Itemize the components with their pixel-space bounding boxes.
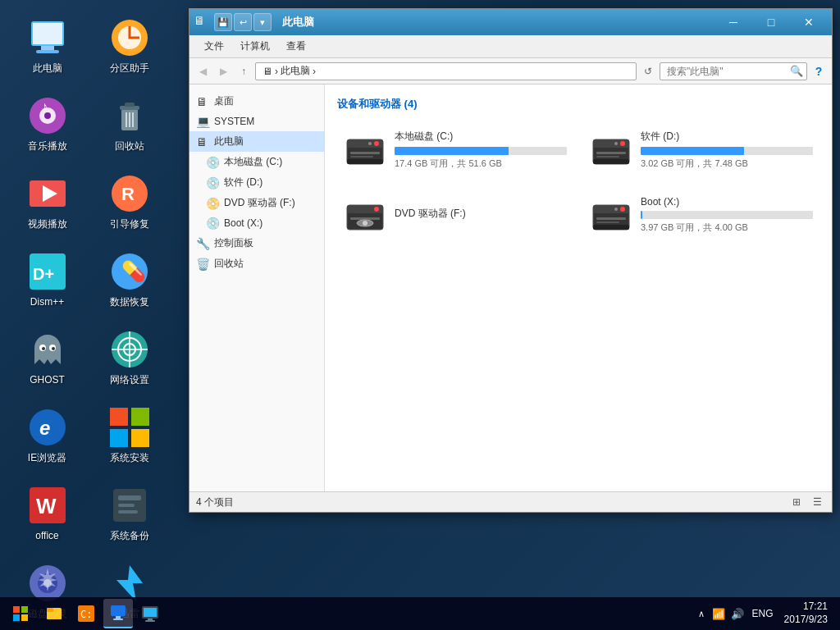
- svg-point-72: [614, 208, 618, 211]
- sidebar-item-system[interactable]: 💻 SYSTEM: [189, 112, 324, 131]
- drive-x-icon: [590, 194, 632, 236]
- svg-rect-3: [36, 50, 59, 53]
- svg-rect-42: [118, 495, 141, 500]
- content-area: 设备和驱动器 (4): [325, 84, 832, 491]
- quick-save-btn[interactable]: 💾: [214, 13, 232, 31]
- quick-undo-btn[interactable]: ↩: [234, 13, 252, 31]
- svg-point-59: [614, 142, 618, 145]
- menu-file[interactable]: 文件: [196, 38, 232, 55]
- svg-rect-60: [596, 152, 626, 154]
- svg-rect-35: [110, 408, 128, 426]
- drive-c-item[interactable]: 本地磁盘 (C:) 17.4 GB 可用，共 51.6 GB: [337, 121, 573, 177]
- desktop-icon-label-10: IE浏览器: [28, 452, 66, 463]
- svg-text:C:: C:: [80, 609, 92, 620]
- sidebar-label-recycle: 回收站: [214, 257, 244, 271]
- svg-rect-62: [593, 159, 629, 164]
- forward-button[interactable]: ▶: [214, 62, 232, 80]
- sidebar-item-this-pc[interactable]: 🖥 此电脑: [189, 131, 324, 152]
- drive-d-item[interactable]: 软件 (D:) 3.02 GB 可用，共 7.48 GB: [583, 121, 819, 177]
- svg-rect-90: [148, 619, 153, 620]
- tray-network-icon[interactable]: 📶: [710, 599, 727, 628]
- maximize-button[interactable]: □: [752, 9, 790, 35]
- desktop-icon-音乐播放[interactable]: ♪音乐播放: [8, 86, 86, 160]
- start-button[interactable]: [4, 599, 37, 628]
- search-input[interactable]: [660, 62, 807, 80]
- desktop-icon-label-4: 视频播放: [28, 218, 67, 230]
- back-button[interactable]: ◀: [194, 62, 212, 80]
- language-button[interactable]: ENG: [750, 608, 776, 619]
- system-clock[interactable]: 17:21 2017/9/23: [780, 600, 832, 626]
- svg-point-8: [44, 112, 51, 119]
- desktop-icon-此电脑[interactable]: 此电脑: [8, 8, 86, 82]
- address-bar: ◀ ▶ ↑ 🖥 › 此电脑 › ↺ 🔍 ?: [189, 58, 832, 84]
- drive-d-info: 软件 (D:) 3.02 GB 可用，共 7.48 GB: [641, 130, 813, 170]
- desktop-icon-视频播放[interactable]: 视频播放: [8, 164, 86, 238]
- menu-computer[interactable]: 计算机: [232, 38, 278, 55]
- desktop-icon-sidebar: 🖥: [196, 95, 209, 108]
- view-large-icons-btn[interactable]: ⊞: [788, 495, 805, 509]
- svg-rect-61: [596, 156, 619, 158]
- desktop-icon-label-3: 回收站: [115, 140, 144, 152]
- desktop-icon-img-7: 💊: [108, 250, 151, 293]
- desktop-icon-GHOST[interactable]: GHOST: [8, 320, 86, 394]
- desktop-icon-label-1: 分区助手: [110, 62, 149, 74]
- desktop-icon-label-5: 引导修复: [110, 218, 149, 230]
- drive-f-item[interactable]: DVD 驱动器 (F:): [337, 187, 573, 243]
- svg-rect-81: [47, 611, 62, 619]
- path-separator: ›: [275, 66, 278, 77]
- drive-d-name: 软件 (D:): [641, 130, 813, 144]
- svg-rect-87: [113, 619, 123, 620]
- svg-rect-55: [347, 159, 383, 164]
- svg-rect-78: [13, 614, 20, 621]
- taskbar-display[interactable]: [135, 599, 165, 628]
- desktop-icon-img-0: [26, 16, 69, 59]
- taskbar-explorer[interactable]: [39, 599, 69, 628]
- taskbar-this-pc[interactable]: [103, 599, 133, 628]
- drive-c-space: 17.4 GB 可用，共 51.6 GB: [395, 158, 567, 170]
- sidebar-item-dvd-drive[interactable]: 📀 DVD 驱动器 (F:): [189, 193, 324, 213]
- desktop-icon-引导修复[interactable]: R引导修复: [90, 164, 168, 238]
- svg-rect-73: [596, 217, 626, 220]
- desktop-icon-分区助手[interactable]: 分区助手: [90, 8, 168, 82]
- sidebar-item-desktop[interactable]: 🖥 桌面: [189, 91, 324, 112]
- quick-expand-btn[interactable]: ▾: [253, 13, 272, 31]
- view-details-btn[interactable]: ☰: [809, 495, 825, 509]
- desktop-icon-img-1: [108, 16, 151, 59]
- status-right: ⊞ ☰: [788, 495, 825, 509]
- taskbar-cmd[interactable]: C:: [71, 599, 101, 628]
- desktop-icon-Dism++[interactable]: D+Dism++: [8, 242, 86, 316]
- desktop-icon-网络设置[interactable]: 网络设置: [90, 320, 168, 394]
- sidebar-item-control-panel[interactable]: 🔧 控制面板: [189, 233, 324, 253]
- desktop-icon-系统安装[interactable]: 系统安装: [90, 398, 168, 472]
- menu-view[interactable]: 查看: [278, 38, 314, 55]
- status-text: 4 个项目: [196, 495, 234, 509]
- close-button[interactable]: ✕: [790, 9, 828, 35]
- svg-rect-79: [21, 614, 28, 621]
- tray-expand-btn[interactable]: ∧: [696, 609, 706, 619]
- sidebar-item-c-drive[interactable]: 💿 本地磁盘 (C:): [189, 152, 324, 172]
- sidebar-item-d-drive[interactable]: 💿 软件 (D:): [189, 172, 324, 193]
- svg-point-71: [620, 207, 625, 212]
- tray-volume-icon[interactable]: 🔊: [729, 599, 746, 628]
- desktop-icon-img-2: ♪: [26, 94, 69, 137]
- search-icon: 🔍: [790, 65, 803, 77]
- desktop-icon-回收站[interactable]: 回收站: [90, 86, 168, 160]
- drive-x-bar-container: [641, 211, 813, 219]
- desktop-icon-数据恢复[interactable]: 💊数据恢复: [90, 242, 168, 316]
- desktop-icon-系统备份[interactable]: 系统备份: [90, 476, 168, 550]
- desktop-icon-img-8: [26, 328, 69, 371]
- svg-text:💊: 💊: [121, 259, 146, 283]
- refresh-button[interactable]: ↺: [639, 62, 657, 80]
- desktop-icon-office[interactable]: Woffice: [8, 476, 86, 550]
- desktop-icon-IE浏览器[interactable]: eIE浏览器: [8, 398, 86, 472]
- sidebar-item-x-drive[interactable]: 💿 Boot (X:): [189, 213, 324, 233]
- drive-c-name: 本地磁盘 (C:): [395, 130, 567, 144]
- address-input[interactable]: 🖥 › 此电脑 ›: [255, 62, 637, 80]
- sidebar-item-recycle[interactable]: 🗑️ 回收站: [189, 253, 324, 274]
- up-button[interactable]: ↑: [235, 62, 253, 80]
- path-home-icon: 🖥: [262, 66, 272, 77]
- help-button[interactable]: ?: [810, 62, 828, 80]
- svg-point-26: [42, 347, 45, 350]
- minimize-button[interactable]: ─: [714, 9, 752, 35]
- drive-x-item[interactable]: Boot (X:) 3.97 GB 可用，共 4.00 GB: [583, 187, 819, 243]
